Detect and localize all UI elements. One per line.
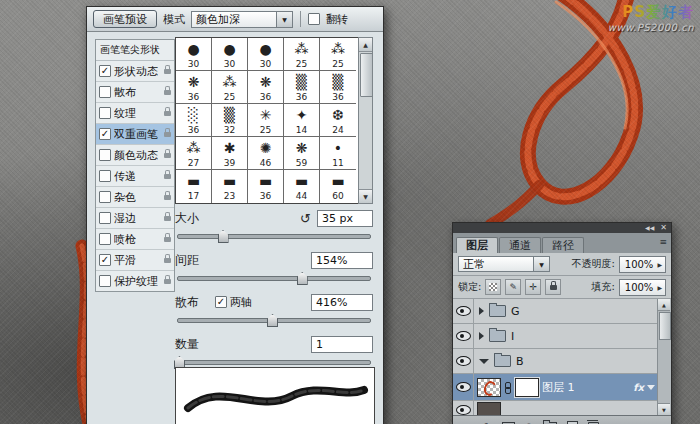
visibility-toggle[interactable] [453,324,474,348]
option-wet-edges[interactable]: 湿边 [96,208,174,229]
option-scattering[interactable]: 散布 [96,82,174,103]
brush-tip-cell[interactable]: ●30 [248,38,284,71]
noise-checkbox[interactable] [99,191,111,203]
slider-track[interactable] [177,360,371,365]
layer-mask-thumbnail[interactable] [515,378,539,397]
option-transfer[interactable]: 传递 [96,166,174,187]
visibility-toggle[interactable] [453,349,474,373]
lock-icon[interactable] [164,195,171,200]
brush-tip-cell[interactable]: ❋36 [176,71,212,104]
brush-tip-shape-item[interactable]: 画笔笔尖形状 [96,40,174,61]
chevron-down-icon[interactable]: ▼ [277,11,293,28]
grid-scrollbar[interactable]: ▲ ▼ [358,37,373,204]
brush-tip-cell[interactable]: ✦14 [284,104,320,137]
brush-tip-cell[interactable]: ✱39 [212,137,248,170]
brush-tip-cell[interactable]: ❋36 [248,71,284,104]
option-protect-texture[interactable]: 保护纹理 [96,271,174,291]
brush-tip-cell[interactable]: ░36 [176,104,212,137]
airbrush-checkbox[interactable] [99,233,111,245]
layer-row-group-g[interactable]: G [453,299,658,324]
layer-list-scrollbar[interactable]: ▲ ▼ [657,299,671,415]
lock-icon[interactable] [164,258,171,263]
shape-dynamics-checkbox[interactable] [99,65,111,77]
brush-tip-cell[interactable]: ⁂27 [176,137,212,170]
scrollbar-thumb[interactable] [659,312,671,340]
transfer-checkbox[interactable] [99,170,111,182]
fill-input[interactable]: 100% ▶ [619,279,666,296]
brush-tip-cell[interactable]: ⁂25 [212,71,248,104]
effects-collapse-icon[interactable] [647,385,655,390]
scroll-down-icon[interactable]: ▼ [658,403,670,415]
scrollbar-thumb[interactable] [360,53,373,97]
dual-brush-checkbox[interactable] [99,128,111,140]
brush-presets-button[interactable]: 画笔预设 [93,10,157,28]
brush-tip-cell[interactable]: ▒32 [212,104,248,137]
layer-row-partial[interactable] [453,401,658,415]
reset-icon[interactable]: ↺ [300,212,311,225]
scroll-up-icon[interactable]: ▲ [658,299,670,311]
visibility-toggle[interactable] [453,374,474,400]
visibility-toggle[interactable] [453,401,474,415]
mode-dropdown[interactable]: 颜色加深 ▼ [191,11,293,28]
tab-channels[interactable]: 通道 [499,237,541,253]
scatter-slider[interactable] [175,313,373,325]
size-input[interactable]: 35 px [317,210,373,227]
lock-all-icon[interactable] [545,279,561,295]
brush-tip-cell[interactable]: ●30 [212,38,248,71]
lock-icon[interactable] [164,90,171,95]
new-layer-icon[interactable] [567,421,578,424]
lock-icon[interactable] [164,111,171,116]
tab-layers[interactable]: 图层 [456,237,498,253]
slider-track[interactable] [177,234,371,239]
layer-thumbnail[interactable] [477,402,501,415]
layer-row-group-b[interactable]: B [453,349,658,374]
scroll-down-icon[interactable]: ▼ [359,189,372,203]
opacity-input[interactable]: 100% ▶ [619,256,666,273]
slider-thumb[interactable] [297,272,308,285]
option-shape-dynamics[interactable]: 形状动态 [96,61,174,82]
lock-icon[interactable] [164,174,171,179]
protect-texture-checkbox[interactable] [99,275,111,287]
lock-pixels-icon[interactable]: ✎ [505,279,521,295]
slider-thumb[interactable] [267,314,278,327]
brush-tip-cell[interactable]: ✺46 [248,137,284,170]
size-slider[interactable] [175,229,373,241]
flip-checkbox[interactable] [308,13,320,25]
option-texture[interactable]: 纹理 [96,103,174,124]
disclosure-triangle-icon[interactable] [479,332,484,340]
close-panel-icon[interactable]: ✕ [660,224,667,232]
fill-arrow-icon[interactable]: ▶ [657,284,662,291]
brush-tip-cell[interactable]: ▬23 [212,170,248,203]
layer-row-layer-1[interactable]: 图层 1 fx [453,374,658,401]
brush-tip-cell[interactable]: ▬36 [248,170,284,203]
fx-badge[interactable]: fx [633,382,644,393]
blend-mode-dropdown[interactable]: 正常 ▼ [458,256,550,272]
color-dynamics-checkbox[interactable] [99,149,111,161]
tab-paths[interactable]: 路径 [542,237,584,253]
collapse-panel-icon[interactable]: ◀◀ [645,225,654,231]
lock-transparency-icon[interactable] [485,279,501,295]
wet-edges-checkbox[interactable] [99,212,111,224]
brush-tip-cell[interactable]: ▬60 [320,170,356,203]
option-color-dynamics[interactable]: 颜色动态 [96,145,174,166]
chevron-down-icon[interactable]: ▼ [534,256,550,272]
lock-icon[interactable] [164,69,171,74]
brush-tip-cell[interactable]: ⁂25 [284,38,320,71]
brush-tip-cell[interactable]: ❋59 [284,137,320,170]
lock-icon[interactable] [164,237,171,242]
option-airbrush[interactable]: 喷枪 [96,229,174,250]
disclosure-triangle-icon[interactable] [479,307,484,315]
brush-tip-cell[interactable]: ✳25 [248,104,284,137]
lock-icon[interactable] [164,279,171,284]
spacing-input[interactable]: 154% [311,252,373,269]
smoothing-checkbox[interactable] [99,254,111,266]
brush-tip-cell[interactable]: ▬17 [176,170,212,203]
brush-tip-cell[interactable]: ▒36 [284,71,320,104]
brush-tip-cell[interactable]: ▒36 [320,71,356,104]
layer-thumbnail[interactable] [477,378,501,397]
count-slider[interactable] [175,355,373,367]
count-input[interactable]: 1 [311,336,373,353]
disclosure-triangle-icon[interactable] [479,359,489,364]
both-axes-checkbox[interactable] [215,296,227,308]
layer-row-group-i[interactable]: I [453,324,658,349]
